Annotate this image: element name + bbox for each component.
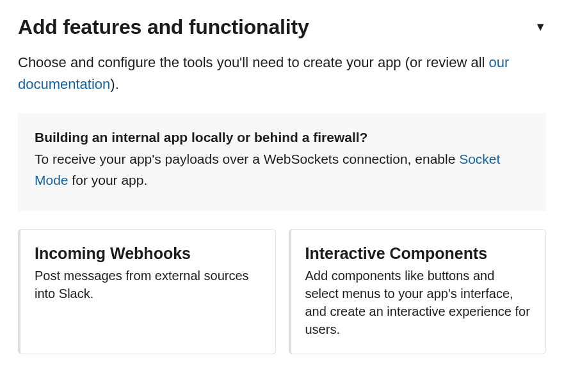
card-incoming-webhooks[interactable]: Incoming Webhooks Post messages from ext…: [18, 229, 276, 354]
chevron-down-icon[interactable]: ▼: [535, 20, 546, 34]
info-body-suffix: for your app.: [68, 173, 148, 187]
info-body: To receive your app's payloads over a We…: [35, 149, 529, 191]
info-body-prefix: To receive your app's payloads over a We…: [35, 152, 459, 166]
card-desc: Add components like buttons and select m…: [305, 267, 532, 338]
card-desc: Post messages from external sources into…: [35, 267, 261, 302]
info-heading: Building an internal app locally or behi…: [35, 130, 529, 145]
intro-prefix: Choose and configure the tools you'll ne…: [18, 54, 489, 70]
feature-cards-row: Incoming Webhooks Post messages from ext…: [18, 229, 546, 354]
intro-suffix: ).: [110, 76, 118, 92]
card-interactive-components[interactable]: Interactive Components Add components li…: [289, 229, 547, 354]
info-panel: Building an internal app locally or behi…: [18, 113, 546, 211]
card-title: Incoming Webhooks: [35, 244, 261, 263]
intro-paragraph: Choose and configure the tools you'll ne…: [18, 52, 546, 95]
section-title: Add features and functionality: [18, 15, 309, 39]
card-title: Interactive Components: [305, 244, 532, 263]
section-header[interactable]: Add features and functionality ▼: [18, 15, 546, 39]
